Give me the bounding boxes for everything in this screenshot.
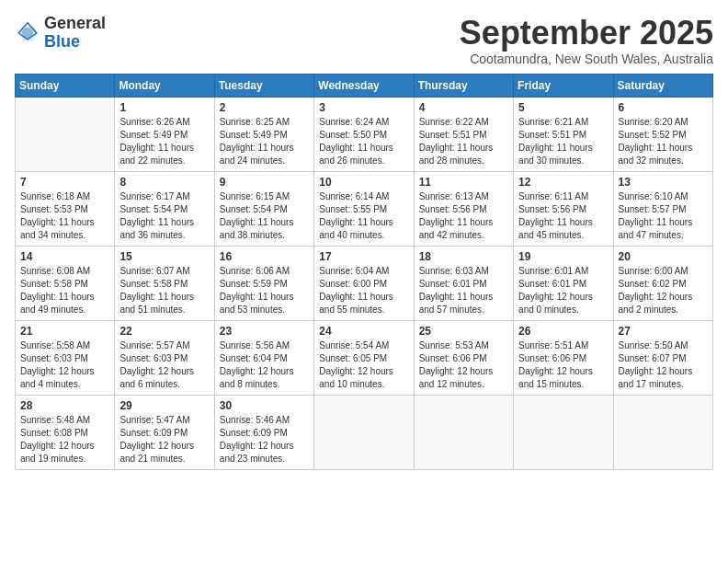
day-info: Sunrise: 6:22 AMSunset: 5:51 PMDaylight:… [419, 116, 508, 167]
day-info: Sunrise: 6:21 AMSunset: 5:51 PMDaylight:… [518, 116, 608, 167]
logo-general: General [44, 15, 106, 33]
day-number: 6 [619, 101, 708, 114]
calendar-day-25: 25Sunrise: 5:53 AMSunset: 6:06 PMDayligh… [414, 320, 513, 395]
day-number: 3 [319, 101, 408, 114]
calendar-day-27: 27Sunrise: 5:50 AMSunset: 6:07 PMDayligh… [613, 320, 712, 395]
calendar-table: SundayMondayTuesdayWednesdayThursdayFrid… [15, 74, 713, 470]
day-number: 30 [220, 399, 309, 412]
day-number: 28 [20, 399, 109, 412]
day-number: 16 [220, 250, 309, 263]
month-title: September 2025 [460, 15, 713, 52]
logo-blue: Blue [44, 33, 106, 52]
day-number: 1 [119, 101, 209, 114]
day-number: 13 [619, 176, 708, 189]
calendar-day-6: 6Sunrise: 6:20 AMSunset: 5:52 PMDaylight… [613, 97, 712, 171]
calendar-day-11: 11Sunrise: 6:13 AMSunset: 5:56 PMDayligh… [414, 171, 513, 246]
day-number: 5 [518, 101, 608, 114]
day-number: 25 [419, 325, 508, 338]
day-info: Sunrise: 6:15 AMSunset: 5:54 PMDaylight:… [220, 190, 309, 242]
day-info: Sunrise: 6:00 AMSunset: 6:02 PMDaylight:… [619, 265, 708, 316]
day-info: Sunrise: 5:46 AMSunset: 6:09 PMDaylight:… [220, 414, 309, 465]
calendar-day-empty-4-4 [414, 395, 513, 469]
day-info: Sunrise: 6:14 AMSunset: 5:55 PMDaylight:… [319, 190, 408, 242]
day-info: Sunrise: 6:01 AMSunset: 6:01 PMDaylight:… [518, 265, 608, 316]
day-info: Sunrise: 6:04 AMSunset: 6:00 PMDaylight:… [319, 265, 408, 316]
calendar-day-empty-4-6 [613, 395, 712, 469]
title-block: September 2025 Cootamundra, New South Wa… [460, 15, 713, 66]
day-number: 10 [319, 176, 408, 189]
calendar-day-15: 15Sunrise: 6:07 AMSunset: 5:58 PMDayligh… [115, 246, 214, 320]
calendar-day-2: 2Sunrise: 6:25 AMSunset: 5:49 PMDaylight… [214, 97, 313, 171]
day-number: 11 [419, 176, 508, 189]
calendar-day-12: 12Sunrise: 6:11 AMSunset: 5:56 PMDayligh… [514, 171, 613, 246]
day-number: 14 [20, 250, 109, 263]
calendar-day-21: 21Sunrise: 5:58 AMSunset: 6:03 PMDayligh… [16, 320, 115, 395]
day-info: Sunrise: 6:06 AMSunset: 5:59 PMDaylight:… [220, 265, 309, 316]
calendar-week-5: 28Sunrise: 5:48 AMSunset: 6:08 PMDayligh… [16, 395, 713, 469]
calendar-day-5: 5Sunrise: 6:21 AMSunset: 5:51 PMDaylight… [514, 97, 613, 171]
page-container: General Blue September 2025 Cootamundra,… [15, 15, 713, 470]
calendar-header-wednesday: Wednesday [314, 74, 414, 97]
calendar-day-29: 29Sunrise: 5:47 AMSunset: 6:09 PMDayligh… [115, 395, 214, 469]
day-info: Sunrise: 6:18 AMSunset: 5:53 PMDaylight:… [20, 190, 109, 242]
day-number: 23 [220, 325, 309, 338]
day-info: Sunrise: 5:57 AMSunset: 6:03 PMDaylight:… [119, 339, 209, 391]
day-info: Sunrise: 6:20 AMSunset: 5:52 PMDaylight:… [619, 116, 708, 167]
day-number: 7 [20, 176, 109, 189]
day-number: 2 [220, 101, 309, 114]
day-info: Sunrise: 6:17 AMSunset: 5:54 PMDaylight:… [119, 190, 209, 242]
day-number: 24 [319, 325, 408, 338]
day-info: Sunrise: 5:54 AMSunset: 6:05 PMDaylight:… [319, 339, 408, 391]
day-number: 19 [518, 250, 608, 263]
calendar-day-10: 10Sunrise: 6:14 AMSunset: 5:55 PMDayligh… [314, 171, 414, 246]
calendar-header-friday: Friday [514, 74, 613, 97]
day-number: 17 [319, 250, 408, 263]
day-info: Sunrise: 5:56 AMSunset: 6:04 PMDaylight:… [220, 339, 309, 391]
calendar-week-2: 7Sunrise: 6:18 AMSunset: 5:53 PMDaylight… [16, 171, 713, 246]
calendar-day-20: 20Sunrise: 6:00 AMSunset: 6:02 PMDayligh… [613, 246, 712, 320]
calendar-day-7: 7Sunrise: 6:18 AMSunset: 5:53 PMDaylight… [16, 171, 115, 246]
calendar-day-16: 16Sunrise: 6:06 AMSunset: 5:59 PMDayligh… [214, 246, 313, 320]
calendar-day-empty-4-5 [514, 395, 613, 469]
day-info: Sunrise: 5:58 AMSunset: 6:03 PMDaylight:… [20, 339, 109, 391]
day-number: 27 [619, 325, 708, 338]
calendar-day-4: 4Sunrise: 6:22 AMSunset: 5:51 PMDaylight… [414, 97, 513, 171]
day-info: Sunrise: 5:50 AMSunset: 6:07 PMDaylight:… [619, 339, 708, 391]
day-info: Sunrise: 6:10 AMSunset: 5:57 PMDaylight:… [619, 190, 708, 242]
day-number: 26 [518, 325, 608, 338]
calendar-day-1: 1Sunrise: 6:26 AMSunset: 5:49 PMDaylight… [115, 97, 214, 171]
header: General Blue September 2025 Cootamundra,… [15, 15, 713, 66]
calendar-header-thursday: Thursday [414, 74, 513, 97]
calendar-day-19: 19Sunrise: 6:01 AMSunset: 6:01 PMDayligh… [514, 246, 613, 320]
day-number: 29 [119, 399, 209, 412]
day-info: Sunrise: 5:51 AMSunset: 6:06 PMDaylight:… [518, 339, 608, 391]
calendar-header-row: SundayMondayTuesdayWednesdayThursdayFrid… [16, 74, 713, 97]
day-info: Sunrise: 6:25 AMSunset: 5:49 PMDaylight:… [220, 116, 309, 167]
calendar-day-17: 17Sunrise: 6:04 AMSunset: 6:00 PMDayligh… [314, 246, 414, 320]
calendar-day-26: 26Sunrise: 5:51 AMSunset: 6:06 PMDayligh… [514, 320, 613, 395]
day-number: 18 [419, 250, 508, 263]
calendar-day-14: 14Sunrise: 6:08 AMSunset: 5:58 PMDayligh… [16, 246, 115, 320]
calendar-day-28: 28Sunrise: 5:48 AMSunset: 6:08 PMDayligh… [16, 395, 115, 469]
calendar-header-tuesday: Tuesday [214, 74, 313, 97]
day-info: Sunrise: 6:11 AMSunset: 5:56 PMDaylight:… [518, 190, 608, 242]
day-info: Sunrise: 5:47 AMSunset: 6:09 PMDaylight:… [119, 414, 209, 465]
calendar-week-4: 21Sunrise: 5:58 AMSunset: 6:03 PMDayligh… [16, 320, 713, 395]
logo-icon [15, 20, 40, 46]
day-number: 21 [20, 325, 109, 338]
subtitle: Cootamundra, New South Wales, Australia [460, 52, 713, 66]
day-number: 12 [518, 176, 608, 189]
calendar-day-22: 22Sunrise: 5:57 AMSunset: 6:03 PMDayligh… [115, 320, 214, 395]
calendar-day-9: 9Sunrise: 6:15 AMSunset: 5:54 PMDaylight… [214, 171, 313, 246]
day-info: Sunrise: 6:07 AMSunset: 5:58 PMDaylight:… [119, 265, 209, 316]
calendar-day-18: 18Sunrise: 6:03 AMSunset: 6:01 PMDayligh… [414, 246, 513, 320]
day-number: 4 [419, 101, 508, 114]
calendar-header-sunday: Sunday [16, 74, 115, 97]
calendar-week-1: 1Sunrise: 6:26 AMSunset: 5:49 PMDaylight… [16, 97, 713, 171]
day-info: Sunrise: 5:48 AMSunset: 6:08 PMDaylight:… [20, 414, 109, 465]
calendar-header-saturday: Saturday [613, 74, 712, 97]
day-info: Sunrise: 6:13 AMSunset: 5:56 PMDaylight:… [419, 190, 508, 242]
logo: General Blue [15, 15, 106, 52]
calendar-day-8: 8Sunrise: 6:17 AMSunset: 5:54 PMDaylight… [115, 171, 214, 246]
calendar-day-13: 13Sunrise: 6:10 AMSunset: 5:57 PMDayligh… [613, 171, 712, 246]
